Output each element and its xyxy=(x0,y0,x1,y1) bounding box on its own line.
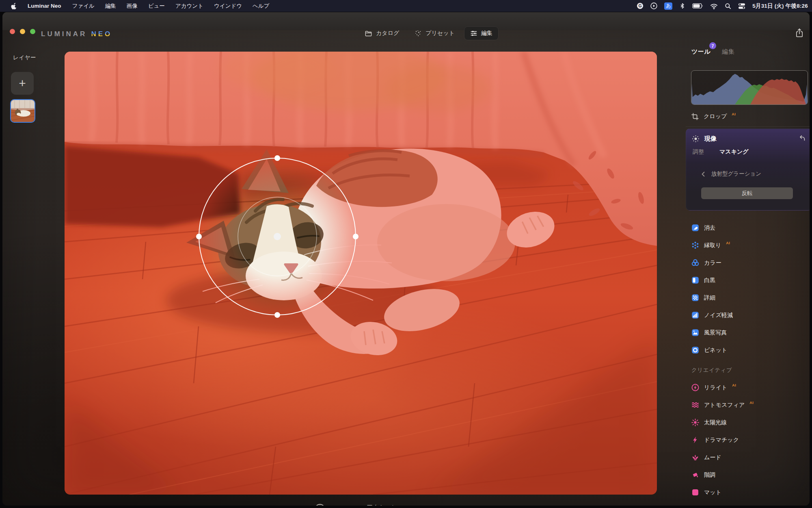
ai-badge: AI xyxy=(749,401,754,405)
tool-row[interactable]: アトモスフィア AI xyxy=(686,396,810,414)
share-button[interactable] xyxy=(793,27,806,39)
g-status-icon[interactable]: G xyxy=(637,2,644,9)
app-logo: LUMINARNEO xyxy=(41,30,112,38)
tab-adjustments[interactable]: 調整 xyxy=(693,148,704,156)
tool-row[interactable]: 階調 xyxy=(686,466,810,484)
divider xyxy=(686,126,810,127)
zoom-control[interactable]: 32% xyxy=(336,504,356,506)
zoom-button[interactable] xyxy=(30,29,35,34)
tool-row[interactable]: 消去 xyxy=(686,219,810,237)
vignette-icon xyxy=(691,346,700,354)
structure-icon xyxy=(691,241,700,250)
share-icon xyxy=(795,28,804,38)
develop-panel: 現像 調整 マスキング 放射型グラーション 反転 xyxy=(686,128,810,211)
mask-handle-right[interactable] xyxy=(353,234,358,239)
menu-item[interactable]: 編集 xyxy=(100,3,121,9)
menu-item[interactable]: ウインドウ xyxy=(209,3,247,9)
tab-presets[interactable]: プリセット xyxy=(409,27,460,40)
zoom-level: 32% xyxy=(336,504,348,506)
play-status-icon[interactable] xyxy=(650,2,657,9)
menu-item[interactable]: ヘルプ xyxy=(247,3,274,9)
tool-row[interactable]: ムード xyxy=(686,449,810,466)
tool-row-crop[interactable]: クロップ AI xyxy=(686,110,810,124)
tool-row[interactable]: カラー xyxy=(686,254,810,271)
tool-row[interactable]: 太陽光線 xyxy=(686,414,810,431)
tool-row[interactable]: 白黒 xyxy=(686,271,810,289)
ai-badge: AI xyxy=(732,383,736,387)
mask-center-handle[interactable] xyxy=(274,233,281,240)
atmosphere-icon xyxy=(691,401,700,409)
traffic-lights xyxy=(10,29,35,34)
tool-row[interactable]: リライト AI xyxy=(686,379,810,396)
creative-tool-list: リライト AI アトモスフィア AI 太陽光線 ドラマチック xyxy=(686,379,810,506)
denoise-icon xyxy=(691,311,700,319)
menu-item[interactable]: ファイル xyxy=(67,3,100,9)
tab-catalog[interactable]: カタログ xyxy=(359,27,405,40)
tool-row[interactable]: マット xyxy=(686,484,810,501)
tab-edit[interactable]: 編集 xyxy=(464,27,498,40)
search-icon[interactable] xyxy=(725,3,731,9)
edits-count-badge: 7 xyxy=(709,42,716,49)
photo-cat-on-floor xyxy=(65,52,657,495)
actions-menu[interactable]: アクション xyxy=(367,504,406,506)
details-icon xyxy=(691,293,700,302)
control-center-icon[interactable] xyxy=(738,2,745,10)
mode-tabs: カタログ プリセット 編集 xyxy=(359,26,498,41)
tab-edits[interactable]: 編集 xyxy=(722,48,734,56)
menu-item[interactable]: 画像 xyxy=(121,3,143,9)
relight-icon xyxy=(691,383,700,392)
apple-icon xyxy=(11,2,17,10)
menu-bar-clock[interactable]: 5月31日 (火) 午後8:26 xyxy=(752,2,808,10)
preview-toggle[interactable] xyxy=(314,504,326,506)
ime-input-icon[interactable]: あ xyxy=(664,2,672,10)
tab-masking[interactable]: マスキング xyxy=(719,148,749,156)
chevron-left-icon xyxy=(702,172,705,177)
invert-mask-button[interactable]: 反転 xyxy=(701,187,793,199)
battery-icon[interactable] xyxy=(692,3,703,9)
close-button[interactable] xyxy=(10,29,15,34)
tool-row[interactable]: 風景写真 xyxy=(686,324,810,341)
menu-items: ファイル編集画像ビューアカウントウインドウヘルプ xyxy=(67,2,275,10)
tool-row[interactable]: ノイズ軽減 xyxy=(686,306,810,324)
histogram-chart xyxy=(691,71,808,104)
bw-icon xyxy=(691,276,700,284)
menu-item[interactable]: アカウント xyxy=(170,3,209,9)
mood-icon xyxy=(691,453,700,462)
eraser-icon xyxy=(691,224,700,232)
mask-tool-row[interactable]: 放射型グラーション xyxy=(702,170,761,178)
minimize-button[interactable] xyxy=(20,29,25,34)
tool-row[interactable]: ドラマチック xyxy=(686,431,810,449)
undo-icon[interactable] xyxy=(798,135,806,143)
active-app-name[interactable]: Luminar Neo xyxy=(22,3,67,9)
essentials-tool-list: 消去 縁取り AI カラー 白黒 xyxy=(686,219,810,359)
photo-canvas[interactable] xyxy=(65,52,657,495)
folder-icon xyxy=(365,30,372,37)
mask-handle-bottom[interactable] xyxy=(274,312,280,318)
landscape-icon xyxy=(691,328,700,337)
tab-tools[interactable]: ツール xyxy=(691,48,710,56)
tool-row[interactable]: 縁取り AI xyxy=(686,237,810,254)
color-icon xyxy=(691,258,700,267)
eye-icon xyxy=(314,504,326,506)
sliders-icon xyxy=(470,30,477,37)
add-layer-button[interactable]: + xyxy=(11,72,34,95)
presets-sparkle-icon xyxy=(415,30,422,37)
ai-badge: AI xyxy=(732,112,736,116)
develop-header[interactable]: 現像 xyxy=(691,132,806,145)
tool-row[interactable]: 詳細 xyxy=(686,289,810,306)
wifi-icon[interactable] xyxy=(710,3,718,9)
mask-handle-top[interactable] xyxy=(274,155,280,161)
bluetooth-icon[interactable] xyxy=(679,2,685,9)
layer-thumbnail[interactable] xyxy=(10,99,35,123)
develop-tabs: 調整 マスキング xyxy=(693,148,749,156)
menu-item[interactable]: ビュー xyxy=(143,3,170,9)
creative-section-header: クリエイティブ xyxy=(691,367,732,374)
tool-row[interactable]: ビネット xyxy=(686,341,810,359)
apple-menu[interactable] xyxy=(6,2,22,10)
mask-overlay xyxy=(65,52,657,495)
tool-row[interactable]: 神秘 xyxy=(686,501,810,506)
mask-handle-left[interactable] xyxy=(196,234,202,239)
toning-icon xyxy=(691,471,700,479)
crop-label: クロップ xyxy=(704,113,727,120)
sunrays-icon xyxy=(691,418,700,427)
